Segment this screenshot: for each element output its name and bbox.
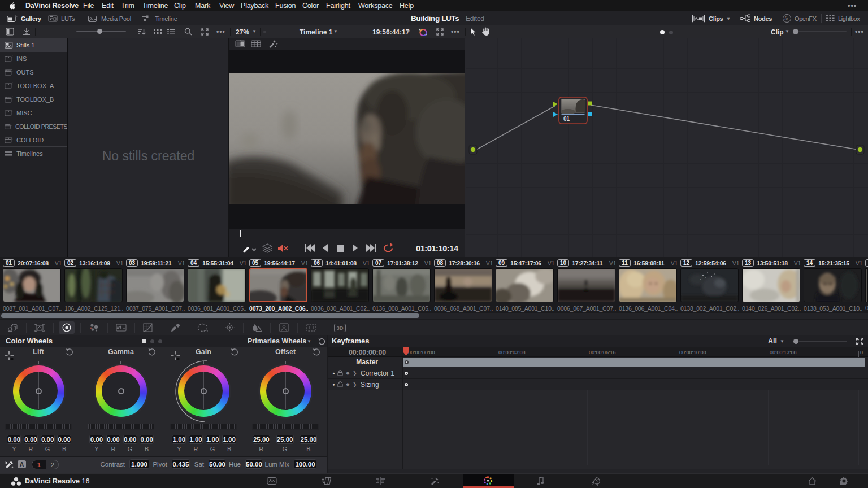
- svg-text:fx: fx: [784, 16, 788, 21]
